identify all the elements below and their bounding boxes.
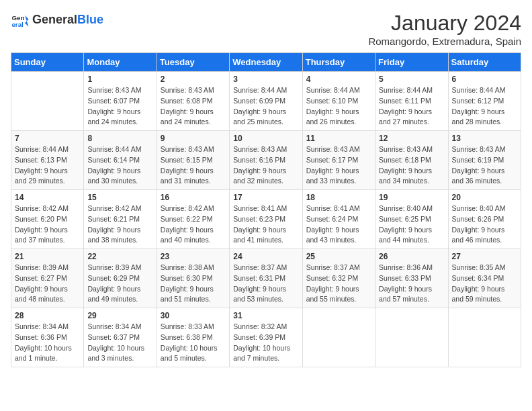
svg-marker-2 [25, 15, 29, 27]
day-number: 6 [452, 75, 517, 84]
calendar-cell: 30Sunrise: 8:33 AMSunset: 6:38 PMDayligh… [157, 308, 229, 367]
day-number: 4 [306, 75, 371, 84]
day-number: 1 [87, 75, 152, 84]
day-number: 25 [306, 252, 371, 261]
day-number: 14 [15, 193, 80, 202]
day-info: Sunrise: 8:40 AMSunset: 6:26 PMDaylight:… [452, 203, 517, 246]
day-number: 13 [452, 134, 517, 143]
day-number: 10 [233, 134, 298, 143]
day-info: Sunrise: 8:44 AMSunset: 6:13 PMDaylight:… [15, 144, 80, 187]
day-info: Sunrise: 8:44 AMSunset: 6:09 PMDaylight:… [233, 85, 298, 128]
weekday-header-friday: Friday [375, 53, 448, 72]
calendar-week-1: 1Sunrise: 8:43 AMSunset: 6:07 PMDaylight… [11, 72, 521, 131]
weekday-header-monday: Monday [84, 53, 157, 72]
day-info: Sunrise: 8:36 AMSunset: 6:33 PMDaylight:… [379, 263, 444, 305]
day-info: Sunrise: 8:43 AMSunset: 6:19 PMDaylight:… [452, 144, 517, 187]
calendar-cell [11, 72, 84, 131]
calendar-cell: 20Sunrise: 8:40 AMSunset: 6:26 PMDayligh… [448, 190, 521, 249]
day-info: Sunrise: 8:42 AMSunset: 6:20 PMDaylight:… [15, 203, 80, 246]
calendar-cell: 8Sunrise: 8:44 AMSunset: 6:14 PMDaylight… [84, 131, 157, 190]
weekday-header-sunday: Sunday [11, 53, 84, 72]
day-info: Sunrise: 8:34 AMSunset: 6:36 PMDaylight:… [15, 322, 80, 364]
day-info: Sunrise: 8:35 AMSunset: 6:34 PMDaylight:… [452, 263, 517, 305]
day-info: Sunrise: 8:42 AMSunset: 6:21 PMDaylight:… [87, 203, 152, 246]
day-info: Sunrise: 8:39 AMSunset: 6:27 PMDaylight:… [15, 263, 80, 305]
svg-text:eral: eral [11, 21, 24, 28]
day-number: 15 [87, 193, 152, 202]
calendar-cell: 2Sunrise: 8:43 AMSunset: 6:08 PMDaylight… [157, 72, 229, 131]
calendar-cell [375, 308, 448, 367]
weekday-header-saturday: Saturday [448, 53, 521, 72]
calendar-week-3: 14Sunrise: 8:42 AMSunset: 6:20 PMDayligh… [11, 190, 521, 249]
day-info: Sunrise: 8:44 AMSunset: 6:14 PMDaylight:… [87, 144, 152, 187]
day-number: 18 [306, 193, 371, 202]
calendar-cell: 19Sunrise: 8:40 AMSunset: 6:25 PMDayligh… [375, 190, 448, 249]
day-number: 26 [379, 252, 444, 261]
day-info: Sunrise: 8:43 AMSunset: 6:08 PMDaylight:… [161, 85, 226, 128]
day-number: 5 [379, 75, 444, 84]
day-info: Sunrise: 8:43 AMSunset: 6:18 PMDaylight:… [379, 144, 444, 187]
calendar-cell: 3Sunrise: 8:44 AMSunset: 6:09 PMDaylight… [230, 72, 302, 131]
day-number: 30 [161, 311, 226, 320]
weekday-header-thursday: Thursday [302, 53, 375, 72]
calendar-cell: 5Sunrise: 8:44 AMSunset: 6:11 PMDaylight… [375, 72, 448, 131]
logo: Gen eral GeneralBlue [11, 11, 103, 30]
calendar-cell: 24Sunrise: 8:37 AMSunset: 6:31 PMDayligh… [230, 249, 302, 308]
day-number: 27 [452, 252, 517, 261]
month-title: January 2024 [368, 11, 521, 36]
calendar-cell: 15Sunrise: 8:42 AMSunset: 6:21 PMDayligh… [84, 190, 157, 249]
day-info: Sunrise: 8:44 AMSunset: 6:10 PMDaylight:… [306, 85, 371, 128]
day-number: 28 [15, 311, 80, 320]
logo-text-blue: Blue [77, 13, 103, 27]
calendar-cell [302, 308, 375, 367]
logo-icon: Gen eral [11, 11, 30, 30]
day-number: 7 [15, 134, 80, 143]
calendar-cell: 10Sunrise: 8:43 AMSunset: 6:16 PMDayligh… [230, 131, 302, 190]
location-title: Romangordo, Extremadura, Spain [368, 36, 521, 47]
logo-text-general: General [32, 13, 77, 27]
day-number: 17 [233, 193, 298, 202]
day-number: 12 [379, 134, 444, 143]
calendar-cell: 23Sunrise: 8:38 AMSunset: 6:30 PMDayligh… [157, 249, 229, 308]
day-info: Sunrise: 8:43 AMSunset: 6:17 PMDaylight:… [306, 144, 371, 187]
weekday-header-tuesday: Tuesday [157, 53, 229, 72]
day-number: 23 [161, 252, 226, 261]
calendar-cell: 29Sunrise: 8:34 AMSunset: 6:37 PMDayligh… [84, 308, 157, 367]
calendar-cell: 27Sunrise: 8:35 AMSunset: 6:34 PMDayligh… [448, 249, 521, 308]
day-number: 8 [87, 134, 152, 143]
day-number: 2 [161, 75, 226, 84]
calendar-table: SundayMondayTuesdayWednesdayThursdayFrid… [11, 52, 521, 367]
calendar-cell: 4Sunrise: 8:44 AMSunset: 6:10 PMDaylight… [302, 72, 375, 131]
page-header: Gen eral GeneralBlue January 2024 Romang… [11, 11, 521, 47]
day-number: 11 [306, 134, 371, 143]
day-info: Sunrise: 8:43 AMSunset: 6:16 PMDaylight:… [233, 144, 298, 187]
day-number: 21 [15, 252, 80, 261]
day-info: Sunrise: 8:39 AMSunset: 6:29 PMDaylight:… [87, 263, 152, 305]
title-area: January 2024 Romangordo, Extremadura, Sp… [368, 11, 521, 47]
calendar-cell: 21Sunrise: 8:39 AMSunset: 6:27 PMDayligh… [11, 249, 84, 308]
day-info: Sunrise: 8:37 AMSunset: 6:31 PMDaylight:… [233, 263, 298, 305]
calendar-cell: 22Sunrise: 8:39 AMSunset: 6:29 PMDayligh… [84, 249, 157, 308]
calendar-cell: 17Sunrise: 8:41 AMSunset: 6:23 PMDayligh… [230, 190, 302, 249]
day-info: Sunrise: 8:41 AMSunset: 6:23 PMDaylight:… [233, 203, 298, 246]
calendar-week-5: 28Sunrise: 8:34 AMSunset: 6:36 PMDayligh… [11, 308, 521, 367]
day-info: Sunrise: 8:32 AMSunset: 6:39 PMDaylight:… [233, 322, 298, 364]
calendar-cell: 1Sunrise: 8:43 AMSunset: 6:07 PMDaylight… [84, 72, 157, 131]
calendar-cell: 9Sunrise: 8:43 AMSunset: 6:15 PMDaylight… [157, 131, 229, 190]
day-number: 9 [161, 134, 226, 143]
calendar-cell: 26Sunrise: 8:36 AMSunset: 6:33 PMDayligh… [375, 249, 448, 308]
day-info: Sunrise: 8:38 AMSunset: 6:30 PMDaylight:… [161, 263, 226, 305]
day-number: 31 [233, 311, 298, 320]
day-info: Sunrise: 8:43 AMSunset: 6:15 PMDaylight:… [161, 144, 226, 187]
day-info: Sunrise: 8:44 AMSunset: 6:11 PMDaylight:… [379, 85, 444, 128]
day-info: Sunrise: 8:34 AMSunset: 6:37 PMDaylight:… [87, 322, 152, 364]
calendar-cell: 25Sunrise: 8:37 AMSunset: 6:32 PMDayligh… [302, 249, 375, 308]
calendar-cell [448, 308, 521, 367]
calendar-cell: 13Sunrise: 8:43 AMSunset: 6:19 PMDayligh… [448, 131, 521, 190]
day-number: 24 [233, 252, 298, 261]
day-info: Sunrise: 8:43 AMSunset: 6:07 PMDaylight:… [87, 85, 152, 128]
calendar-cell: 16Sunrise: 8:42 AMSunset: 6:22 PMDayligh… [157, 190, 229, 249]
calendar-cell: 18Sunrise: 8:41 AMSunset: 6:24 PMDayligh… [302, 190, 375, 249]
day-info: Sunrise: 8:44 AMSunset: 6:12 PMDaylight:… [452, 85, 517, 128]
day-number: 29 [87, 311, 152, 320]
